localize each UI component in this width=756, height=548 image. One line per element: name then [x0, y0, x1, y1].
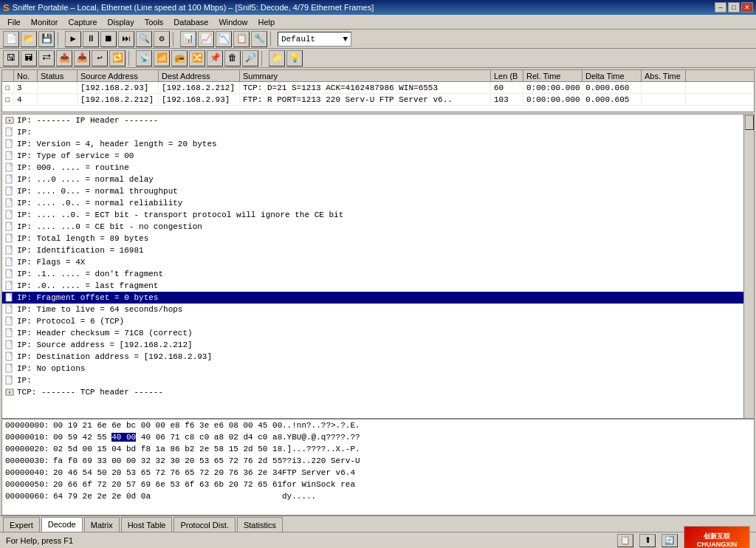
- tab-statistics[interactable]: Statistics: [237, 517, 283, 532]
- decode-item-icon: [4, 256, 16, 268]
- decode-item-icon: [4, 209, 16, 221]
- decode-line-8[interactable]: IP: .... ..0. = ECT bit - transport prot…: [2, 209, 743, 221]
- svg-rect-79: [10, 305, 12, 307]
- decode-line-0[interactable]: ▼IP: ------- IP Header -------: [2, 114, 743, 126]
- tool5[interactable]: 🔧: [251, 31, 267, 47]
- decode-line-19[interactable]: IP: Source address = [192.168.2.212]: [2, 339, 743, 351]
- status-icon2[interactable]: ⬆: [639, 534, 656, 547]
- hex-bytes-3: fa f0 69 33 00 00 32 32 30 20 53 65 72 7…: [53, 456, 282, 465]
- menu-item-window[interactable]: Window: [214, 17, 252, 27]
- tb2-btn5[interactable]: 📥: [74, 50, 90, 66]
- hex-line-0: 00000000: 00 19 21 6e 6e bc 00 00 e8 f6 …: [2, 419, 754, 431]
- section-expand-icon: ▼: [4, 386, 16, 398]
- tab-decode[interactable]: Decode: [41, 517, 83, 532]
- sep4: [128, 51, 133, 66]
- filter-button[interactable]: 🔍: [136, 31, 152, 47]
- tb2-btn13[interactable]: 🗑: [224, 50, 241, 66]
- tb2-btn16[interactable]: 💡: [286, 50, 303, 66]
- decode-line-6[interactable]: IP: .... 0... = normal throughput: [2, 185, 743, 197]
- tab-protocol-dist.[interactable]: Protocol Dist.: [173, 517, 235, 532]
- hex-line-6: 00000060: 64 79 2e 2e 2e 0d 0a dy.....: [2, 490, 754, 502]
- tool4[interactable]: 📋: [233, 31, 250, 47]
- decode-line-10[interactable]: IP: Total length = 89 bytes: [2, 233, 743, 244]
- decode-line-3[interactable]: IP: Type of service = 00: [2, 150, 743, 162]
- col-abstime: Abs. Time: [642, 70, 686, 81]
- profile-dropdown[interactable]: Default ▼: [278, 32, 351, 47]
- status-icon3[interactable]: 🔄: [662, 534, 678, 547]
- tool1[interactable]: 📊: [180, 31, 196, 47]
- decode-text-1: IP:: [17, 128, 32, 137]
- decode-line-15[interactable]: IP: Fragment offset = 0 bytes: [2, 292, 743, 304]
- tb2-btn8[interactable]: 📡: [136, 50, 152, 66]
- decode-line-17[interactable]: IP: Protocol = 6 (TCP): [2, 315, 743, 327]
- decode-line-16[interactable]: IP: Time to live = 64 seconds/hops: [2, 304, 743, 315]
- play-button[interactable]: ▶: [65, 31, 81, 47]
- decode-panel[interactable]: ▼IP: ------- IP Header -------IP:IP: Ver…: [1, 114, 755, 419]
- decode-line-5[interactable]: IP: ...0 .... = normal delay: [2, 174, 743, 185]
- tab-host-table[interactable]: Host Table: [121, 517, 173, 532]
- decode-line-22[interactable]: IP:: [2, 374, 743, 386]
- tb2-btn11[interactable]: 🔀: [189, 50, 205, 66]
- menu-item-capture[interactable]: Capture: [63, 17, 101, 27]
- tb2-btn1[interactable]: 🖫: [3, 50, 19, 66]
- tb2-btn7[interactable]: 🔁: [109, 50, 126, 66]
- decode-line-11[interactable]: IP: Identification = 16981: [2, 244, 743, 256]
- status-icon1[interactable]: 📋: [617, 534, 633, 547]
- decode-line-12[interactable]: IP: Flags = 4X: [2, 256, 743, 268]
- decode-text-5: IP: ...0 .... = normal delay: [17, 175, 154, 184]
- decode-line-20[interactable]: IP: Destination address = [192.168.2.93]: [2, 351, 743, 363]
- decode-line-14[interactable]: IP: .0.. .... = last fragment: [2, 280, 743, 292]
- menu-item-help[interactable]: Help: [254, 17, 280, 27]
- menu-item-database[interactable]: Database: [169, 17, 213, 27]
- decode-text-23: TCP: ------- TCP header ------: [17, 388, 163, 397]
- tab-expert[interactable]: Expert: [3, 517, 40, 532]
- close-button[interactable]: ✕: [741, 2, 753, 13]
- decode-scrollbar[interactable]: [743, 114, 754, 418]
- hex-ascii-4: FTP Server v6.4: [282, 468, 355, 477]
- decode-line-9[interactable]: IP: .... ...0 = CE bit - no congestion: [2, 221, 743, 233]
- decode-text-15: IP: Fragment offset = 0 bytes: [17, 293, 158, 302]
- hex-line-1: 00000010: 00 59 42 55 40 00 40 06 71 c8 …: [2, 431, 754, 443]
- tb2-btn6[interactable]: ↩: [92, 50, 108, 66]
- tb2-btn4[interactable]: 📤: [56, 50, 72, 66]
- maximize-button[interactable]: □: [728, 2, 740, 13]
- hex-bytes-5: 20 66 6f 72 20 57 69 6e 53 6f 63 6b 20 7…: [53, 480, 282, 489]
- tb2-btn15[interactable]: 📁: [269, 50, 285, 66]
- hex-ascii-0: ..!nn?..??>.?.E.: [282, 421, 360, 430]
- tool2[interactable]: 📈: [198, 31, 214, 47]
- minimize-button[interactable]: –: [715, 2, 726, 13]
- save-button[interactable]: 💾: [38, 31, 55, 47]
- tb2-btn9[interactable]: 📶: [154, 50, 170, 66]
- decode-line-23[interactable]: ▼TCP: ------- TCP header ------: [2, 386, 743, 398]
- open-button[interactable]: 📂: [21, 31, 37, 47]
- menu-item-display[interactable]: Display: [103, 17, 139, 27]
- packet-row-1[interactable]: ☐4[192.168.2.212][192.168.2.93]FTP: R PO…: [2, 94, 754, 106]
- decode-line-21[interactable]: IP: No options: [2, 363, 743, 374]
- menu-item-file[interactable]: File: [3, 17, 25, 27]
- tb2-btn10[interactable]: 📻: [171, 50, 188, 66]
- tb2-btn3[interactable]: ⮂: [38, 50, 55, 66]
- stop-button[interactable]: ⏹: [100, 31, 117, 47]
- decode-line-2[interactable]: IP: Version = 4, header length = 20 byte…: [2, 138, 743, 150]
- decode-line-7[interactable]: IP: .... .0.. = normal reliability: [2, 197, 743, 209]
- decode-line-18[interactable]: IP: Header checksum = 71C8 (correct): [2, 327, 743, 339]
- settings-button[interactable]: ⚙: [154, 31, 170, 47]
- hex-addr-0: 00000000:: [5, 421, 53, 430]
- hex-panel[interactable]: 00000000: 00 19 21 6e 6e bc 00 00 e8 f6 …: [1, 419, 755, 516]
- step-button[interactable]: ⏭: [118, 31, 134, 47]
- col-status: Status: [38, 70, 78, 81]
- decode-line-4[interactable]: IP: 000. .... = routine: [2, 162, 743, 174]
- tb2-btn2[interactable]: 🖬: [21, 50, 37, 66]
- tb2-btn12[interactable]: 📌: [207, 50, 223, 66]
- decode-line-13[interactable]: IP: .1.. .... = don't fragment: [2, 268, 743, 280]
- new-button[interactable]: 📄: [3, 31, 19, 47]
- tab-matrix[interactable]: Matrix: [84, 517, 120, 532]
- packet-rows: ☐3[192.168.2.93][192.168.2.212]TCP: D=21…: [2, 82, 754, 106]
- tb2-btn14[interactable]: 🔎: [242, 50, 258, 66]
- menu-item-tools[interactable]: Tools: [140, 17, 168, 27]
- tool3[interactable]: 📉: [216, 31, 232, 47]
- pause-button[interactable]: ⏸: [83, 31, 99, 47]
- decode-line-1[interactable]: IP:: [2, 126, 743, 138]
- packet-row-0[interactable]: ☐3[192.168.2.93][192.168.2.212]TCP: D=21…: [2, 82, 754, 94]
- menu-item-monitor[interactable]: Monitor: [27, 17, 63, 27]
